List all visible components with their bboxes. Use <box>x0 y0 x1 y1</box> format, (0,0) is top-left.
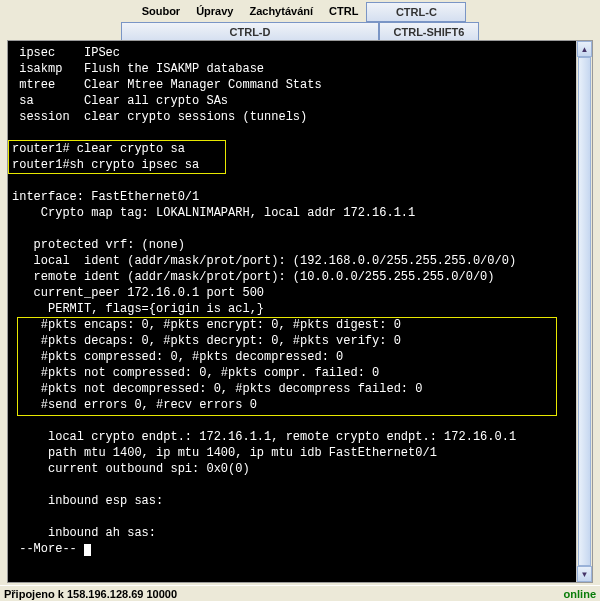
term-line: local ident (addr/mask/prot/port): (192.… <box>12 254 516 268</box>
ctrlshift6-button[interactable]: CTRL-SHIFT6 <box>379 22 479 42</box>
menu-zachytavani[interactable]: Zachytávání <box>241 2 321 22</box>
term-line: inbound ah sas: <box>12 526 156 540</box>
term-line: --More-- <box>12 542 84 556</box>
term-line: local crypto endpt.: 172.16.1.1, remote … <box>12 430 516 444</box>
term-line: router1#sh crypto ipsec sa <box>12 158 199 172</box>
term-line: Crypto map tag: LOKALNIMAPARH, local add… <box>12 206 415 220</box>
term-line: interface: FastEthernet0/1 <box>12 190 199 204</box>
term-line: #pkts not decompressed: 0, #pkts decompr… <box>12 382 422 396</box>
term-line: router1# clear crypto sa <box>12 142 185 156</box>
ctrlc-button[interactable]: CTRL-C <box>366 2 466 22</box>
status-left: Připojeno k 158.196.128.69 10000 <box>4 588 177 600</box>
term-line: #pkts encaps: 0, #pkts encrypt: 0, #pkts… <box>12 318 401 332</box>
menu-soubor[interactable]: Soubor <box>134 2 189 22</box>
term-line: session clear crypto sessions (tunnels) <box>12 110 307 124</box>
scroll-down-button[interactable]: ▼ <box>577 566 592 582</box>
ctrld-button[interactable]: CTRL-D <box>121 22 379 42</box>
term-line: #pkts not compressed: 0, #pkts compr. fa… <box>12 366 379 380</box>
menu-ctrl[interactable]: CTRL <box>321 2 366 22</box>
term-line: #pkts decaps: 0, #pkts decrypt: 0, #pkts… <box>12 334 401 348</box>
term-line: isakmp Flush the ISAKMP database <box>12 62 264 76</box>
terminal[interactable]: ipsec IPSec isakmp Flush the ISAKMP data… <box>8 41 576 582</box>
term-line: inbound esp sas: <box>12 494 163 508</box>
term-line: current_peer 172.16.0.1 port 500 <box>12 286 264 300</box>
statusbar: Připojeno k 158.196.128.69 10000 online <box>0 585 600 601</box>
menu-upravy[interactable]: Úpravy <box>188 2 241 22</box>
term-line: protected vrf: (none) <box>12 238 185 252</box>
term-line: PERMIT, flags={origin is acl,} <box>12 302 264 316</box>
term-line: #pkts compressed: 0, #pkts decompressed:… <box>12 350 343 364</box>
scroll-up-button[interactable]: ▲ <box>577 41 592 57</box>
terminal-container: ipsec IPSec isakmp Flush the ISAKMP data… <box>7 40 593 583</box>
term-line: remote ident (addr/mask/prot/port): (10.… <box>12 270 494 284</box>
cursor <box>84 544 91 556</box>
term-line: #send errors 0, #recv errors 0 <box>12 398 257 412</box>
term-line: current outbound spi: 0x0(0) <box>12 462 250 476</box>
term-line: ipsec IPSec <box>12 46 120 60</box>
term-line: mtree Clear Mtree Manager Command Stats <box>12 78 322 92</box>
scrollbar[interactable]: ▲ ▼ <box>576 41 592 582</box>
term-line: path mtu 1400, ip mtu 1400, ip mtu idb F… <box>12 446 437 460</box>
term-line: sa Clear all crypto SAs <box>12 94 228 108</box>
toolbar: Soubor Úpravy Zachytávání CTRL CTRL-C CT… <box>0 0 600 44</box>
scroll-thumb[interactable] <box>578 57 591 566</box>
status-right: online <box>564 588 596 600</box>
